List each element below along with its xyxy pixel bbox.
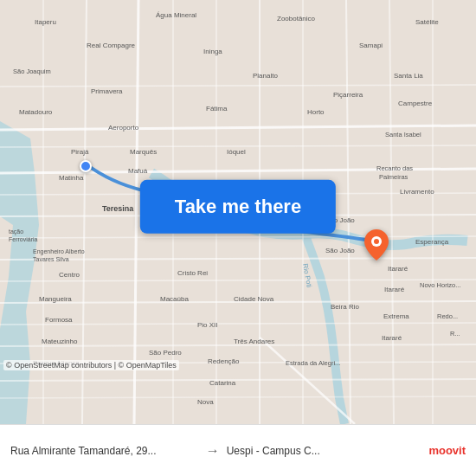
svg-text:Horto: Horto bbox=[307, 108, 325, 116]
svg-text:São João: São João bbox=[325, 247, 355, 254]
svg-text:Novo Horizo...: Novo Horizo... bbox=[420, 281, 461, 289]
svg-text:Esperança: Esperança bbox=[415, 238, 449, 246]
svg-text:Itararé: Itararé bbox=[382, 334, 402, 342]
svg-text:Mafuá: Mafuá bbox=[128, 167, 148, 175]
svg-text:Ferroviária: Ferroviária bbox=[9, 236, 38, 242]
svg-text:Água Mineral: Água Mineral bbox=[156, 11, 196, 19]
svg-text:Ininga: Ininga bbox=[203, 48, 222, 55]
svg-text:Estrada da Alegri...: Estrada da Alegri... bbox=[286, 359, 340, 367]
svg-text:Pirajá: Pirajá bbox=[71, 148, 89, 156]
svg-text:Beira Rio: Beira Rio bbox=[331, 303, 359, 311]
svg-text:Matadouro: Matadouro bbox=[19, 108, 53, 116]
svg-text:Tavares Silva: Tavares Silva bbox=[33, 256, 69, 262]
svg-text:Real Compagre: Real Compagre bbox=[87, 42, 136, 49]
svg-text:Mangueira: Mangueira bbox=[39, 295, 72, 303]
svg-text:Centro: Centro bbox=[59, 271, 80, 279]
svg-text:Nova: Nova bbox=[197, 398, 214, 406]
svg-text:Itararé: Itararé bbox=[388, 265, 408, 273]
svg-text:Itararé: Itararé bbox=[384, 286, 405, 293]
bottom-bar: Rua Almirante Tamandaré, 29... → Uespi -… bbox=[0, 424, 476, 476]
svg-text:Cidade Nova: Cidade Nova bbox=[234, 295, 274, 303]
svg-text:Redo...: Redo... bbox=[437, 312, 458, 320]
svg-text:Formosa: Formosa bbox=[45, 316, 73, 324]
svg-text:Itaperu: Itaperu bbox=[35, 18, 56, 26]
take-me-there-button-container: Take me there bbox=[140, 180, 336, 234]
origin-marker bbox=[80, 160, 92, 172]
svg-text:Extrema: Extrema bbox=[383, 312, 409, 320]
svg-text:Pio XII: Pio XII bbox=[197, 321, 218, 329]
svg-text:Santa Isabel: Santa Isabel bbox=[385, 131, 421, 138]
route-arrow-icon: → bbox=[206, 443, 220, 459]
svg-text:Palmeiras: Palmeiras bbox=[379, 173, 408, 181]
svg-text:Teresina: Teresina bbox=[102, 204, 134, 213]
svg-text:Matinha: Matinha bbox=[59, 174, 84, 182]
svg-text:São Pedro: São Pedro bbox=[149, 349, 182, 357]
svg-text:Piçarreira: Piçarreira bbox=[333, 91, 363, 99]
svg-text:Campestre: Campestre bbox=[398, 100, 433, 107]
svg-point-88 bbox=[374, 239, 379, 244]
svg-text:Satélite: Satélite bbox=[415, 18, 439, 26]
svg-text:Ióquel: Ióquel bbox=[227, 148, 246, 156]
svg-text:Aeroporto: Aeroporto bbox=[108, 124, 139, 132]
svg-text:Fátima: Fátima bbox=[206, 105, 228, 113]
svg-text:Recanto das: Recanto das bbox=[376, 164, 413, 172]
svg-text:Marquês: Marquês bbox=[130, 148, 157, 156]
svg-text:Engenheiro Alberto: Engenheiro Alberto bbox=[33, 248, 85, 255]
svg-text:Três Andares: Três Andares bbox=[234, 338, 274, 345]
svg-text:Samapi: Samapi bbox=[359, 42, 383, 49]
take-me-there-button[interactable]: Take me there bbox=[140, 180, 336, 234]
route-from: Rua Almirante Tamandaré, 29... bbox=[10, 445, 199, 457]
svg-text:Mateuzinho: Mateuzinho bbox=[42, 338, 78, 345]
svg-text:tação: tação bbox=[9, 228, 23, 235]
svg-text:Macaúba: Macaúba bbox=[160, 295, 189, 303]
moovit-logo: moovit bbox=[428, 444, 466, 457]
svg-text:Redenção: Redenção bbox=[208, 357, 240, 365]
svg-text:Catarina: Catarina bbox=[209, 379, 236, 387]
svg-text:Livramento: Livramento bbox=[400, 188, 434, 196]
route-to: Uespi - Campus C... bbox=[227, 445, 415, 457]
svg-text:Primavera: Primavera bbox=[91, 87, 123, 95]
svg-text:Planalto: Planalto bbox=[253, 72, 278, 80]
svg-text:Cristo Rei: Cristo Rei bbox=[177, 269, 208, 277]
map-attribution: © OpenStreetMap contributors | © OpenMap… bbox=[3, 360, 179, 370]
route-info: Rua Almirante Tamandaré, 29... → Uespi -… bbox=[0, 443, 476, 459]
map-container: Itaperu Água Mineral Zoobotânico Satélit… bbox=[0, 0, 476, 424]
svg-text:Santa Lia: Santa Lia bbox=[394, 72, 423, 80]
svg-text:São Joaquim: São Joaquim bbox=[13, 68, 51, 75]
destination-marker bbox=[364, 229, 389, 264]
svg-text:R...: R... bbox=[450, 330, 460, 338]
svg-text:Zoobotânico: Zoobotânico bbox=[277, 15, 316, 23]
